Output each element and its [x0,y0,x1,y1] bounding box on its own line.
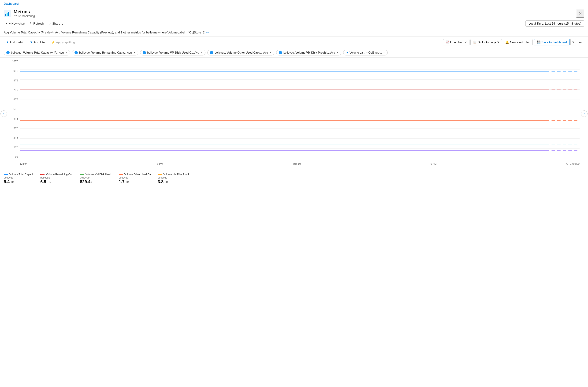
legend-item-5: Volume VM Disk Provi... bellevue 3.8 TB [158,173,191,184]
refresh-label: Refresh [33,22,44,25]
y-label-10tb: 10TB [12,60,18,63]
split-icon: ⚡ [51,40,55,44]
metrics-icon [4,10,11,17]
line-chart-button[interactable]: 📈 Line chart ∨ [443,39,469,45]
legend-sub-5: bellevue [158,176,191,179]
y-label-0b: 0B [15,155,18,158]
y-label-3tb: 3TB [14,127,18,130]
share-button[interactable]: ↗ Share ∨ [47,21,65,26]
svg-rect-2 [7,13,8,16]
y-label-7tb: 7TB [14,88,18,91]
legend-value-number-3: 829.4 [80,179,90,184]
legend-sub-2: bellevue [40,176,75,179]
y-label-1tb: 1TB [14,146,18,149]
add-filter-label: Add filter [34,40,46,44]
x-label-12pm: 12 PM [20,162,27,165]
save-to-dashboard-button[interactable]: 💾 Save to dashboard [534,39,569,45]
legend-value-3: 829.4 GB [80,179,114,184]
legend-value-2: 6.9 TB [40,179,75,184]
legend-color-label-4: Volume Other Used Ca... [119,173,153,176]
legend-value-4: 1.7 TB [119,179,153,184]
tag-icon-4 [210,51,213,54]
tag-close-1[interactable]: ✕ [65,51,67,54]
legend-sub-4: bellevue [119,176,153,179]
new-chart-label: + New chart [9,22,25,25]
tag-icon-1 [6,51,10,54]
new-alert-rule-button[interactable]: 🔔 New alert rule [503,39,531,45]
filter-icon: ▼ [30,40,33,44]
legend-color-bar-1 [4,174,8,175]
tag-close-3[interactable]: ✕ [201,51,203,54]
svg-rect-3 [8,12,9,16]
drill-into-logs-label: Drill into Logs [478,40,496,44]
legend-color-bar-2 [40,174,44,175]
filter-tag-1[interactable]: ▼ Volume La... = ObjStore... ✕ [343,50,388,56]
line-chart-chevron: ∨ [464,40,467,44]
legend-sub-1: bellevue [4,176,36,179]
line-chart-label: Line chart [450,40,464,44]
expand-button[interactable]: ∨ [570,39,576,45]
tag-text-1: bellevue, Volume Total Capacity (P... Av… [11,51,64,54]
metric-tag-4[interactable]: bellevue, Volume Other Used Capa... Avg … [207,50,274,56]
legend-item-3: Volume VM Disk Used ... bellevue 829.4 G… [80,173,114,184]
toolbar-divider [532,39,533,45]
legend-value-unit-2: TB [47,181,51,184]
chart-svg [20,60,580,158]
tag-icon-5 [279,51,282,54]
legend-item-4: Volume Other Used Ca... bellevue 1.7 TB [119,173,153,184]
close-button[interactable]: ✕ [576,10,584,18]
save-to-dashboard-label: Save to dashboard [541,40,567,44]
more-options-button[interactable]: ··· [577,39,584,46]
save-icon: 💾 [537,40,541,44]
y-axis: 10TB 9TB 8TB 7TB 6TB 5TB 4TB 3TB 2TB 1TB… [8,60,20,158]
edit-icon[interactable]: ✏ [206,31,209,34]
add-filter-button[interactable]: ▼ Add filter [27,39,48,45]
new-chart-button[interactable]: + + New chart [4,21,27,26]
tag-close-4[interactable]: ✕ [269,51,272,54]
legend-color-label-3: Volume VM Disk Used ... [80,173,114,176]
legend-color-label-5: Volume VM Disk Provi... [158,173,191,176]
chart-area: 10TB 9TB 8TB 7TB 6TB 5TB 4TB 3TB 2TB 1TB… [8,58,580,170]
x-label-6am: 6 AM [431,162,437,165]
add-metric-label: Add metric [10,40,24,44]
metric-tag-3[interactable]: bellevue, Volume VM Disk Used C... Avg ✕ [140,50,206,56]
filter-tag-close-1[interactable]: ✕ [383,51,385,54]
legend-name-4: Volume Other Used Ca... [124,173,153,176]
chart-area-container: ‹ › 10TB 9TB 8TB 7TB 6TB 5TB 4TB 3TB 2TB… [0,58,588,170]
time-picker-button[interactable]: Local Time: Last 24 hours (15 minutes) [525,20,584,27]
tag-icon-3 [143,51,146,54]
legend-value-1: 9.4 TB [4,179,36,184]
chart-header: Avg Volume Total Capacity (Preview), Avg… [0,28,588,37]
y-label-8tb: 8TB [14,79,18,82]
chart-nav-left-button[interactable]: ‹ [0,110,7,117]
x-label-tue10: Tue 10 [293,162,301,165]
tag-text-3: bellevue, Volume VM Disk Used C... Avg [147,51,199,54]
legend-value-5: 3.8 TB [158,179,191,184]
legend-value-number-1: 9.4 [4,179,10,184]
refresh-button[interactable]: ↻ Refresh [28,21,46,26]
metric-tag-5[interactable]: bellevue, Volume VM Disk Provisi... Avg … [276,50,341,56]
legend-name-3: Volume VM Disk Used ... [85,173,114,176]
svg-rect-1 [5,14,6,16]
legend-sub-3: bellevue [80,176,114,179]
legend-color-label-2: Volume Remaining Cap... [40,173,75,176]
tag-close-2[interactable]: ✕ [133,51,136,54]
filter-icon: ▼ [346,51,349,54]
header: Metrics Azure Monitoring ✕ [0,7,588,19]
legend-value-number-2: 6.9 [40,179,46,184]
legend-color-label-1: Volume Total Capacit... [4,173,36,176]
tag-text-4: bellevue, Volume Other Used Capa... Avg [215,51,268,54]
add-metric-button[interactable]: ✦ Add metric [4,39,26,45]
metric-tag-1[interactable]: bellevue, Volume Total Capacity (P... Av… [4,50,70,56]
apply-splitting-button[interactable]: ⚡ Apply splitting [49,39,77,45]
new-alert-rule-label: New alert rule [510,40,529,44]
chart-nav-right-button[interactable]: › [581,110,588,117]
legend-value-number-5: 3.8 [158,179,164,184]
y-label-4tb: 4TB [14,117,18,120]
metric-tag-2[interactable]: bellevue, Volume Remaining Capa... Avg ✕ [72,50,138,56]
breadcrumb-dashboard[interactable]: Dashboard [4,2,19,5]
tag-close-5[interactable]: ✕ [336,51,339,54]
drill-into-logs-button[interactable]: 📋 Drill into Logs ∨ [470,39,502,45]
drill-icon: 📋 [473,40,477,44]
legend-item-2: Volume Remaining Cap... bellevue 6.9 TB [40,173,75,184]
